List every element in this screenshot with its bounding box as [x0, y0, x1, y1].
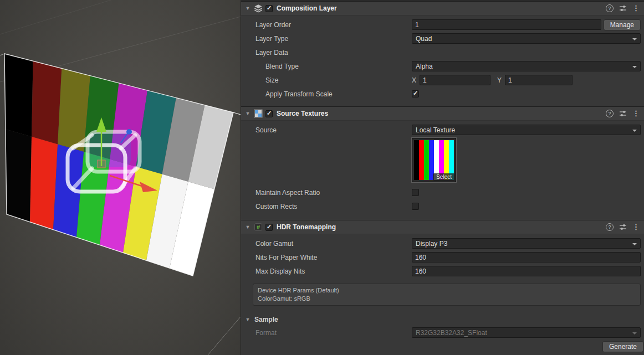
field-label: Nits For Paper White [255, 254, 412, 261]
help-box-line: ColorGamut: sRGB [258, 295, 636, 303]
field-label: Blend Type [265, 63, 412, 70]
y-axis-label: Y [497, 76, 502, 84]
source-row: Source Local Texture [241, 123, 644, 137]
field-label: Color Gamut [255, 240, 412, 248]
blend-type-row: Blend Type Alpha [241, 59, 644, 73]
custom-rects-row: Custom Rects [241, 199, 644, 213]
composition-layer-body: Layer Order Manage Layer Type Quad Layer… [241, 16, 644, 101]
presets-icon[interactable] [619, 4, 627, 12]
field-label: Max Display Nits [255, 267, 412, 275]
size-row: Size X Y [241, 73, 644, 87]
blend-type-dropdown[interactable]: Alpha [412, 61, 641, 71]
layer-order-row: Layer Order Manage [241, 18, 644, 32]
format-row: Format R32G32B32A32_SFloat [241, 326, 644, 339]
component-enabled-checkbox[interactable] [265, 5, 273, 12]
foldout-arrow-icon[interactable]: ▼ [244, 224, 251, 230]
more-icon[interactable]: ⋮ [632, 110, 640, 117]
maintain-aspect-ratio-row: Maintain Aspect Ratio [241, 186, 644, 199]
layer-type-row: Layer Type Quad [241, 32, 644, 45]
field-label: Maintain Aspect Ratio [255, 189, 412, 197]
component-header-source-textures[interactable]: ▼ Source Textures ? ⋮ [241, 106, 644, 121]
component-enabled-checkbox[interactable] [265, 110, 273, 117]
sample-foldout-header[interactable]: ▼ Sample [241, 313, 644, 326]
texture-preview-row: Select [241, 137, 644, 186]
generate-button[interactable]: Generate [602, 341, 643, 352]
scene-view[interactable] [0, 0, 241, 355]
source-dropdown[interactable]: Local Texture [412, 125, 641, 135]
hdr-params-help-box: Device HDR Params (Default) ColorGamut: … [253, 284, 641, 306]
thumbnail-stripe [424, 140, 429, 180]
field-label: Layer Order [255, 21, 412, 29]
layers-icon [254, 4, 263, 13]
svg-text:#: # [257, 224, 260, 230]
help-icon[interactable]: ? [606, 110, 614, 117]
field-label: Format [255, 329, 412, 337]
generate-row: Generate [241, 339, 644, 352]
manage-button[interactable]: Manage [604, 19, 641, 30]
more-icon[interactable]: ⋮ [632, 4, 640, 12]
texture-icon [254, 109, 263, 118]
thumbnail-stripe [419, 140, 424, 180]
component-header-composition-layer[interactable]: ▼ Composition Layer ? ⋮ [241, 1, 644, 16]
component-title: Composition Layer [277, 4, 337, 12]
hdr-tonemapping-body: Color Gamut Display P3 Nits For Paper Wh… [241, 234, 644, 306]
foldout-arrow-icon[interactable]: ▼ [244, 6, 251, 11]
field-label: Layer Type [255, 35, 412, 43]
sample-title: Sample [254, 316, 278, 323]
format-dropdown: R32G32B32A32_SFloat [412, 327, 641, 338]
max-display-nits-input[interactable] [412, 266, 641, 276]
max-display-nits-row: Max Display Nits [241, 264, 644, 278]
apply-transform-scale-row: Apply Transform Scale [241, 87, 644, 101]
layer-type-dropdown[interactable]: Quad [412, 33, 641, 44]
component-enabled-checkbox[interactable] [265, 224, 273, 231]
more-icon[interactable]: ⋮ [632, 223, 640, 231]
field-label: Size [265, 76, 412, 84]
layer-order-input[interactable] [412, 19, 601, 30]
maintain-aspect-ratio-checkbox[interactable] [412, 189, 419, 196]
apply-transform-scale-checkbox[interactable] [412, 90, 419, 97]
component-title: HDR Tonemapping [277, 223, 336, 231]
nits-for-paper-white-input[interactable] [412, 252, 641, 263]
presets-icon[interactable] [619, 223, 627, 231]
field-label: Source [255, 126, 412, 134]
thumbnail-stripe [414, 140, 419, 180]
layer-data-row: Layer Data [241, 45, 644, 59]
color-gamut-row: Color Gamut Display P3 [241, 236, 644, 250]
help-icon[interactable]: ? [606, 223, 614, 231]
field-label: Layer Data [255, 49, 412, 56]
foldout-arrow-icon[interactable]: ▼ [244, 317, 251, 322]
field-label: Custom Rects [255, 203, 412, 210]
component-title: Source Textures [277, 110, 328, 117]
foldout-arrow-icon[interactable]: ▼ [244, 111, 251, 116]
size-y-input[interactable] [505, 75, 573, 85]
x-axis-label: X [412, 76, 416, 84]
app-window: ▼ Composition Layer ? ⋮ Layer Order [0, 0, 644, 355]
help-icon[interactable]: ? [606, 4, 614, 12]
component-header-hdr-tonemapping[interactable]: ▼ # HDR Tonemapping ? ⋮ [241, 220, 644, 234]
inspector-panel: ▼ Composition Layer ? ⋮ Layer Order [241, 0, 644, 355]
custom-rects-checkbox[interactable] [412, 203, 419, 210]
help-box-line: Device HDR Params (Default) [258, 286, 636, 295]
scene-canvas[interactable] [0, 0, 241, 355]
script-hash-icon: # [254, 223, 263, 231]
color-gamut-dropdown[interactable]: Display P3 [412, 238, 641, 249]
select-texture-button[interactable]: Select [433, 173, 455, 181]
texture-object-field[interactable]: Select [412, 138, 456, 182]
source-textures-body: Source Local Texture Select Maintain Asp… [241, 121, 644, 213]
presets-icon[interactable] [619, 110, 627, 117]
field-label: Apply Transform Scale [265, 90, 412, 98]
nits-for-paper-white-row: Nits For Paper White [241, 250, 644, 264]
size-x-input[interactable] [420, 75, 490, 85]
